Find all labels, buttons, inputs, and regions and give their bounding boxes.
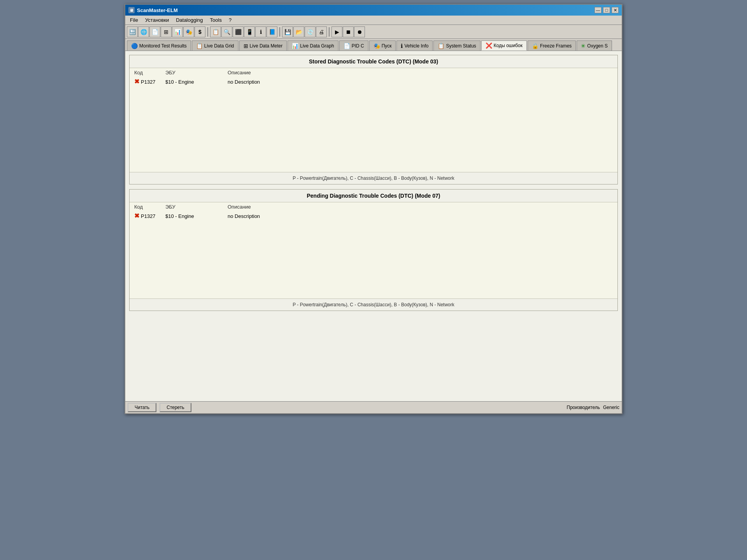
stored-kod-value: P1327 [141, 79, 156, 85]
stored-dtc-headers: Код ЭБУ Описание [130, 68, 617, 77]
pending-header-kod: Код [134, 204, 165, 210]
stored-dtc-row[interactable]: ✖ P1327 $10 - Engine no Description [130, 77, 617, 86]
content-area: Stored Diagnostic Trouble Codes (DTC) (M… [125, 51, 622, 401]
save-button[interactable]: 💾 [282, 26, 293, 37]
toolbar-sep-2 [279, 27, 280, 37]
back-button[interactable]: 🔙 [127, 26, 138, 37]
live-graph-icon: 📊 [292, 43, 298, 49]
tab-live-grid-label: Live Data Grid [204, 43, 234, 49]
tab-live-grid[interactable]: 📋 Live Data Grid [192, 40, 238, 51]
tabs-row: 🔵 Monitored Test Results 📋 Live Data Gri… [125, 39, 622, 51]
tab-vehicle-info[interactable]: ℹ Vehicle Info [396, 40, 433, 51]
manufacturer-value: Generic [603, 405, 619, 410]
menu-tools[interactable]: Tools [207, 16, 225, 24]
stop-button[interactable]: ⏹ [343, 26, 354, 37]
print-button[interactable]: 🖨 [316, 26, 327, 37]
start-icon: 🎭 [374, 43, 380, 49]
stored-row-ebu: $10 - Engine [165, 79, 228, 85]
pending-dtc-row[interactable]: ✖ P1327 $10 - Engine no Description [130, 211, 617, 221]
toolbar-group-2: 📋 🔍 ⬛ 📱 ℹ 📘 [210, 26, 277, 37]
tab-freeze-frames[interactable]: 🔒 Freeze Frames [528, 40, 576, 51]
pending-dtc-footer: P - Powertrain(Двигатель), C - Chassis(Ш… [130, 298, 617, 311]
tab-live-graph[interactable]: 📊 Live Data Graph [288, 40, 338, 51]
black-button[interactable]: ⬛ [233, 26, 244, 37]
stored-dtc-empty-area [130, 86, 617, 172]
pending-header-ebu: ЭБУ [165, 204, 228, 210]
doc-button[interactable]: 📄 [149, 26, 160, 37]
dollar-button[interactable]: $ [195, 26, 205, 37]
title-controls: — □ ✕ [594, 7, 619, 13]
stored-dtc-footer: P - Powertrain(Двигатель), C - Chassis(Ш… [130, 172, 617, 184]
toolbar-group-3: 💾 📂 💿 🖨 [282, 26, 327, 37]
title-bar: 🖥 ScanMaster-ELM — □ ✕ [125, 5, 622, 16]
tab-start-label: Пуск [382, 43, 392, 49]
pending-kod-value: P1327 [141, 213, 156, 219]
menu-datalogging[interactable]: Datalogging [173, 16, 206, 24]
stored-dtc-title: Stored Diagnostic Trouble Codes (DTC) (M… [130, 55, 617, 68]
toolbar: 🔙 🌐 📄 ⊞ 📊 🎭 $ 📋 🔍 ⬛ 📱 ℹ 📘 💾 📂 💿 🖨 ▶ [125, 25, 622, 39]
tab-pid-label: PID C [352, 43, 364, 49]
pending-dtc-headers: Код ЭБУ Описание [130, 202, 617, 211]
status-bar-left: Читать Стереть [128, 403, 191, 412]
pending-row-ebu: $10 - Engine [165, 213, 228, 219]
stored-row-desc: no Description [228, 79, 613, 85]
error-x-icon: ✖ [134, 79, 139, 85]
disk-button[interactable]: 💿 [305, 26, 316, 37]
tab-pid[interactable]: 📄 PID C [339, 40, 368, 51]
tab-monitored[interactable]: 🔵 Monitored Test Results [127, 40, 191, 51]
minimize-button[interactable]: — [594, 7, 601, 13]
pending-dtc-panel: Pending Diagnostic Trouble Codes (DTC) (… [129, 189, 618, 311]
oxygen-icon: ✳ [581, 43, 586, 49]
toolbar-group-4: ▶ ⏹ ⏺ [331, 26, 365, 37]
tab-error-codes-label: Коды ошибок [494, 43, 523, 48]
tab-monitored-label: Monitored Test Results [139, 43, 187, 49]
pending-header-desc: Описание [228, 204, 613, 210]
close-button[interactable]: ✕ [612, 7, 619, 13]
open-button[interactable]: 📂 [293, 26, 304, 37]
tab-live-meter-label: Live Data Meter [250, 43, 283, 49]
record-button[interactable]: ⏺ [354, 26, 365, 37]
globe-button[interactable]: 🌐 [138, 26, 149, 37]
live-grid-icon: 📋 [196, 43, 203, 49]
info-button[interactable]: ℹ [255, 26, 266, 37]
tab-live-graph-label: Live Data Graph [300, 43, 334, 49]
maximize-button[interactable]: □ [603, 7, 610, 13]
stored-row-kod: ✖ P1327 [134, 79, 165, 85]
read-button[interactable]: Читать [128, 403, 156, 412]
toolbar-sep-3 [329, 27, 330, 37]
toolbar-group-1: 🔙 🌐 📄 ⊞ 📊 🎭 $ [127, 26, 205, 37]
window-title: ScanMaster-ELM [137, 7, 178, 13]
title-bar-left: 🖥 ScanMaster-ELM [128, 7, 178, 13]
tab-system-status[interactable]: 📋 System Status [433, 40, 480, 51]
menu-file[interactable]: File [127, 16, 141, 24]
menu-help[interactable]: ? [226, 16, 235, 24]
tab-oxygen[interactable]: ✳ Oxygen S [577, 40, 612, 51]
tab-error-codes[interactable]: ❌ Коды ошибок [481, 40, 527, 51]
tab-vehicle-info-label: Vehicle Info [404, 43, 428, 49]
app-icon: 🖥 [128, 7, 135, 13]
pending-dtc-empty-area [130, 221, 617, 298]
tab-live-meter[interactable]: ⊞ Live Data Meter [239, 40, 287, 51]
clipboard-button[interactable]: 📋 [210, 26, 221, 37]
tab-oxygen-label: Oxygen S [587, 43, 608, 49]
book-button[interactable]: 📘 [267, 26, 277, 37]
freeze-frames-icon: 🔒 [532, 43, 538, 49]
toolbar-sep-1 [207, 27, 208, 37]
menu-settings[interactable]: Установки [142, 16, 172, 24]
vehicle-info-icon: ℹ [401, 43, 403, 49]
monitored-icon: 🔵 [131, 43, 138, 49]
chart-button[interactable]: 📊 [172, 26, 183, 37]
live-meter-icon: ⊞ [244, 43, 248, 49]
pending-error-x-icon: ✖ [134, 213, 139, 219]
stored-header-desc: Описание [228, 70, 613, 75]
stored-header-ebu: ЭБУ [165, 70, 228, 75]
clear-button[interactable]: Стереть [160, 403, 191, 412]
play-button[interactable]: ▶ [331, 26, 342, 37]
search-button[interactable]: 🔍 [221, 26, 232, 37]
grid-button[interactable]: ⊞ [161, 26, 172, 37]
tab-system-status-label: System Status [446, 43, 476, 49]
tab-start[interactable]: 🎭 Пуск [369, 40, 396, 51]
phone-button[interactable]: 📱 [244, 26, 255, 37]
mask-button[interactable]: 🎭 [183, 26, 194, 37]
pending-row-kod: ✖ P1327 [134, 213, 165, 219]
